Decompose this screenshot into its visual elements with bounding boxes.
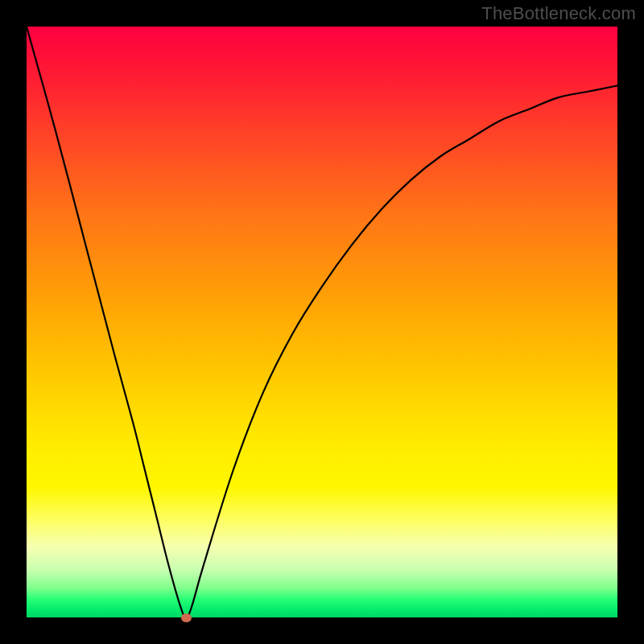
chart-frame: TheBottleneck.com <box>0 0 644 644</box>
watermark-text: TheBottleneck.com <box>481 3 636 24</box>
bottleneck-curve <box>27 27 617 617</box>
minimum-marker <box>181 613 192 622</box>
plot-area <box>27 27 617 617</box>
